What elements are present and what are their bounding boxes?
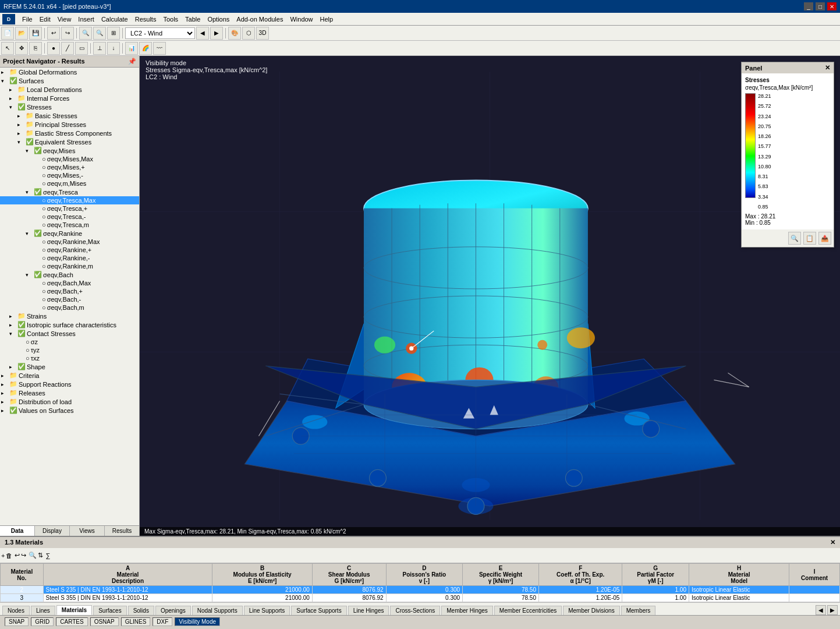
tab-openings[interactable]: Openings [155,606,191,615]
tab-members[interactable]: Members [621,606,656,615]
tree-item-surfaces[interactable]: ▾ ✅ Surfaces [0,76,139,85]
tree-item-strains[interactable]: ▸ 📁 Strains [0,312,139,320]
tree-item-values-on-surfaces[interactable]: ▸ ✅ Values on Surfaces [0,406,139,415]
tab-next-icon[interactable]: ▶ [827,605,838,615]
status-item-visibility-mode[interactable]: Visibility Mode [175,617,220,626]
view-area[interactable]: Visibility mode Stresses Sigma-eqv,Tresc… [140,56,840,536]
save-button[interactable]: 💾 [29,27,42,40]
open-button[interactable]: 📂 [15,27,28,40]
status-item-dxf[interactable]: DXF [153,617,172,626]
tree-item-shape[interactable]: ▸ ✅ Shape [0,362,139,371]
zoom-all-button[interactable]: ⊞ [107,27,120,40]
tree-item-equivalent-stresses[interactable]: ▾ ✅ Equivalent Stresses [0,137,139,146]
tree-item-geqv-bach-max[interactable]: ○ σeqv,Bach,Max [0,279,139,287]
mat-calc-button[interactable]: ∑ [45,552,50,559]
tree-item-geqv-tresca-minus[interactable]: ○ σeqv,Tresca,- [0,213,139,221]
tree-item-contact-stresses[interactable]: ▾ ✅ Contact Stresses [0,329,139,338]
tab-member-divisions[interactable]: Member Divisions [563,606,619,615]
menu-options[interactable]: Options [204,15,233,24]
tree-item-geqv-rankine-m[interactable]: ○ σeqv,Rankine,m [0,262,139,270]
tree-item-releases[interactable]: ▸ 📁 Releases [0,388,139,397]
zoom-out-button[interactable]: 🔍 [93,27,106,40]
legend-export-button[interactable]: 📤 [818,232,831,245]
tree-item-geqv-bach[interactable]: ▾ ✅ σeqv,Bach [0,270,139,279]
mat-delete-button[interactable]: 🗑 [6,552,12,559]
tree-item-gz[interactable]: ○ σz [0,338,139,346]
tab-cross-sections[interactable]: Cross-Sections [390,606,440,615]
menu-help[interactable]: Help [317,15,337,24]
mat-redo-button[interactable]: ↪ [21,552,26,559]
tree-item-geqv-mises[interactable]: ▾ ✅ σeqv,Mises [0,146,139,155]
menu-window[interactable]: Window [286,15,316,24]
tree-item-basic-stresses[interactable]: ▸ 📁 Basic Stresses [0,111,139,120]
node-button[interactable]: ● [47,42,60,55]
mat-sort-button[interactable]: ⇅ [38,552,43,559]
menu-results[interactable]: Results [132,15,160,24]
materials-close-icon[interactable]: ✕ [830,539,835,546]
undo-button[interactable]: ↩ [47,27,60,40]
tree-item-geqv-rankine-max[interactable]: ○ σeqv,Rankine,Max [0,238,139,246]
status-item-osnap[interactable]: OSNAP [90,617,119,626]
tab-surfaces[interactable]: Surfaces [93,606,126,615]
tree-item-elastic-stress[interactable]: ▸ 📁 Elastic Stress Components [0,129,139,137]
menu-tools[interactable]: Tools [160,15,182,24]
tab-lines[interactable]: Lines [31,606,55,615]
tab-surface-supports[interactable]: Surface Supports [291,606,346,615]
tree-item-geqv-m-mises[interactable]: ○ σeqv,m,Mises [0,179,139,188]
tree-item-geqv-mises-max[interactable]: ○ σeqv,Mises,Max [0,155,139,163]
menu-calculate[interactable]: Calculate [98,15,132,24]
tree-item-tyz[interactable]: ○ τyz [0,346,139,354]
tree-item-criteria[interactable]: ▸ 📁 Criteria [0,371,139,380]
support-button[interactable]: ⊥ [93,42,106,55]
menu-view[interactable]: View [54,15,75,24]
tab-line-supports[interactable]: Line Supports [244,606,290,615]
load-case-combo[interactable]: LC2 - Wind [125,27,195,39]
line-button[interactable]: ╱ [61,42,74,55]
tree-item-geqv-tresca-m[interactable]: ○ σeqv,Tresca,m [0,221,139,229]
tree-item-stresses[interactable]: ▾ ✅ Stresses [0,103,139,111]
render-button[interactable]: 🎨 [228,27,241,40]
tab-materials[interactable]: Materials [56,605,92,615]
tab-member-eccentricities[interactable]: Member Eccentricities [494,606,562,615]
status-item-grid[interactable]: GRID [31,617,54,626]
tree-item-geqv-tresca-plus[interactable]: ○ σeqv,Tresca,+ [0,204,139,213]
tree-item-geqv-bach-m[interactable]: ○ σeqv,Bach,m [0,303,139,312]
tab-member-hinges[interactable]: Member Hinges [441,606,493,615]
new-button[interactable]: 📄 [1,27,14,40]
tab-nodes[interactable]: Nodes [2,606,30,615]
tree-item-geqv-rankine[interactable]: ▾ ✅ σeqv,Rankine [0,229,139,238]
menu-addons[interactable]: Add-on Modules [233,15,286,24]
surface-button[interactable]: ▭ [75,42,88,55]
nav-tab-results[interactable]: Results [105,526,139,536]
nav-tree[interactable]: ▸ 📁 Global Deformations ▾ ✅ Surfaces ▸ 📁… [0,68,139,525]
prev-lc-button[interactable]: ◀ [196,27,209,40]
tree-item-geqv-rankine-plus[interactable]: ○ σeqv,Rankine,+ [0,246,139,254]
status-item-cartes[interactable]: CARTES [56,617,87,626]
select-button[interactable]: ↖ [1,42,14,55]
nav-pin-icon[interactable]: 📌 [128,58,136,65]
status-item-glines[interactable]: GLINES [121,617,151,626]
tree-item-geqv-mises-plus[interactable]: ○ σeqv,Mises,+ [0,163,139,171]
tree-item-isotropic[interactable]: ▸ ✅ Isotropic surface characteristics [0,320,139,329]
close-button[interactable]: ✕ [827,2,837,10]
nav-tab-data[interactable]: Data [0,526,35,536]
tree-item-geqv-rankine-minus[interactable]: ○ σeqv,Rankine,- [0,254,139,262]
tab-scroll[interactable]: ◀ ▶ [816,605,838,615]
tree-item-principal-stresses[interactable]: ▸ 📁 Principal Stresses [0,120,139,129]
load-button[interactable]: ↓ [107,42,120,55]
tab-prev-icon[interactable]: ◀ [816,605,826,615]
legend-zoom-button[interactable]: 🔍 [788,232,801,245]
tree-item-txz[interactable]: ○ τxz [0,354,139,362]
mat-new-button[interactable]: + [1,552,5,559]
redo-button[interactable]: ↪ [61,27,74,40]
zoom-in-button[interactable]: 🔍 [79,27,92,40]
tree-item-geqv-mises-minus[interactable]: ○ σeqv,Mises,- [0,171,139,179]
nav-tab-views[interactable]: Views [70,526,105,536]
tree-item-geqv-bach-minus[interactable]: ○ σeqv,Bach,- [0,295,139,303]
tree-item-support-reactions[interactable]: ▸ 📁 Support Reactions [0,380,139,388]
mat-undo-button[interactable]: ↩ [15,552,20,559]
tab-nodal-supports[interactable]: Nodal Supports [192,606,243,615]
tree-item-geqv-tresca-max[interactable]: ○ σeqv,Tresca,Max [0,196,139,204]
tree-item-local-def[interactable]: ▸ 📁 Local Deformations [0,85,139,94]
menu-edit[interactable]: Edit [36,15,54,24]
